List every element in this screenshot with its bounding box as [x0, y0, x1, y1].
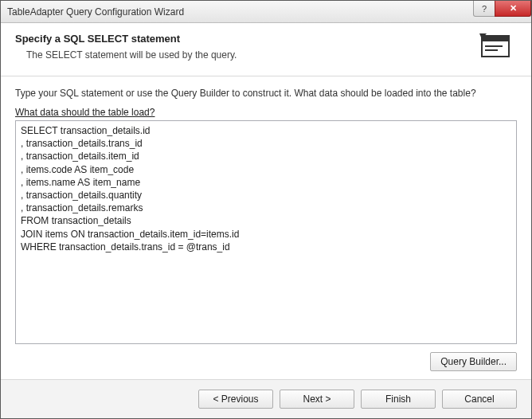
close-icon: ✕: [510, 3, 517, 14]
page-title: Specify a SQL SELECT statement: [15, 33, 471, 45]
titlebar: TableAdapter Query Configuration Wizard …: [1, 1, 531, 23]
page-subtitle: The SELECT statement will be used by the…: [15, 49, 471, 61]
query-builder-button[interactable]: Query Builder...: [430, 352, 517, 371]
wizard-window: TableAdapter Query Configuration Wizard …: [0, 0, 532, 419]
header-text-block: Specify a SQL SELECT statement The SELEC…: [15, 33, 471, 61]
next-button[interactable]: Next >: [280, 390, 354, 409]
help-button[interactable]: ?: [473, 1, 495, 17]
sql-statement-input[interactable]: [15, 120, 517, 344]
window-title: TableAdapter Query Configuration Wizard: [7, 6, 184, 18]
svg-rect-1: [482, 36, 509, 41]
query-window-icon: [479, 33, 517, 65]
help-icon: ?: [482, 4, 487, 14]
wizard-footer: < Previous Next > Finish Cancel: [1, 379, 531, 418]
wizard-header: Specify a SQL SELECT statement The SELEC…: [1, 23, 531, 76]
close-button[interactable]: ✕: [495, 1, 531, 17]
cancel-button[interactable]: Cancel: [442, 390, 517, 409]
titlebar-controls: ? ✕: [474, 1, 531, 17]
wizard-content: Type your SQL statement or use the Query…: [1, 76, 531, 379]
previous-button[interactable]: < Previous: [198, 390, 273, 409]
instruction-text: Type your SQL statement or use the Query…: [15, 88, 517, 99]
sql-field-label: What data should the table load?: [15, 107, 517, 118]
finish-button[interactable]: Finish: [361, 390, 436, 409]
query-builder-row: Query Builder...: [15, 352, 517, 371]
